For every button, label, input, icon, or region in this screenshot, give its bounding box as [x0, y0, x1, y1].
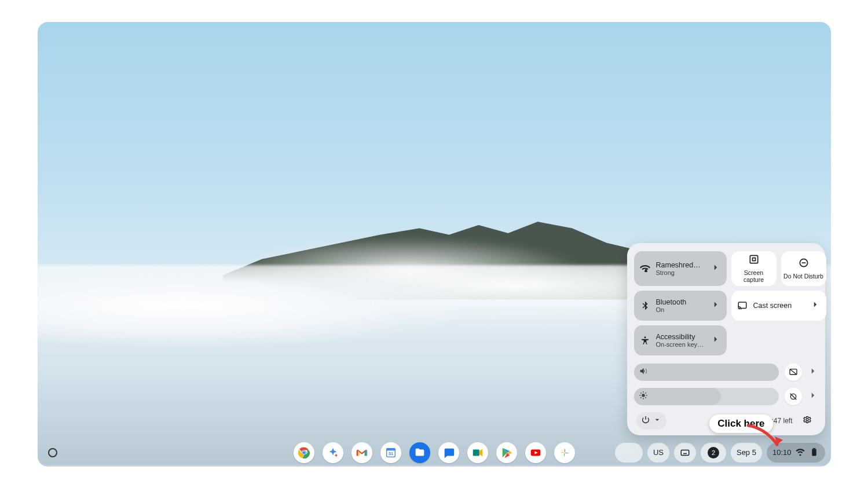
wifi-name: Rameshreddy…: [656, 261, 705, 269]
chevron-right-icon[interactable]: [808, 390, 818, 403]
shelf-apps: 31: [294, 442, 575, 463]
wifi-strength: Strong: [656, 269, 705, 276]
svg-rect-1: [752, 258, 755, 260]
shelf: 31 US: [38, 439, 831, 467]
svg-point-5: [644, 336, 646, 338]
tray-ime-label: US: [653, 448, 664, 457]
wifi-icon: [795, 446, 805, 458]
battery-icon: [809, 446, 819, 458]
volume-slider[interactable]: [634, 364, 779, 381]
tray-phone-hub[interactable]: [615, 443, 643, 463]
bluetooth-tile[interactable]: Bluetooth On: [634, 291, 727, 321]
night-light-toggle[interactable]: [785, 388, 802, 405]
svg-line-14: [645, 397, 646, 398]
app-photos[interactable]: [554, 442, 575, 463]
power-icon: [641, 415, 650, 427]
bluetooth-title: Bluetooth: [656, 298, 705, 306]
svg-line-13: [640, 392, 641, 393]
svg-point-23: [302, 451, 305, 454]
app-calendar[interactable]: 31: [380, 442, 401, 463]
chevron-right-icon[interactable]: [808, 366, 818, 379]
wifi-lock-icon: [640, 263, 650, 274]
dnd-label: Do Not Disturb: [783, 273, 823, 280]
brightness-slider[interactable]: [634, 388, 779, 405]
chevron-down-icon: [653, 415, 662, 427]
brightness-row: [634, 388, 818, 405]
app-files[interactable]: [409, 442, 430, 463]
accessibility-tile[interactable]: Accessibility On-screen keyb…: [634, 325, 727, 355]
chromeos-desktop: Rameshreddy… Strong Screen capture Do No…: [38, 22, 831, 467]
chevron-right-icon: [810, 299, 821, 311]
app-meet[interactable]: [467, 442, 488, 463]
chevron-right-icon: [710, 299, 721, 311]
dnd-icon: [798, 257, 810, 270]
app-assistant[interactable]: [323, 442, 343, 463]
svg-rect-4: [738, 302, 746, 309]
cast-icon: [737, 300, 748, 311]
dnd-tile[interactable]: Do Not Disturb: [781, 251, 826, 286]
chevron-right-icon: [710, 334, 721, 346]
gear-icon: [803, 415, 812, 427]
keyboard-icon: [680, 447, 690, 458]
audio-output-toggle[interactable]: [785, 364, 802, 381]
cast-tile[interactable]: Cast screen: [731, 291, 826, 321]
svg-line-15: [645, 392, 646, 393]
annotation-arrow: [745, 423, 786, 452]
screen-capture-label: Screen capture: [734, 269, 774, 283]
settings-button[interactable]: [799, 412, 816, 430]
volume-row: [634, 364, 818, 381]
svg-line-16: [640, 397, 641, 398]
app-chrome[interactable]: [294, 442, 314, 463]
svg-rect-25: [386, 448, 395, 450]
screen-capture-icon: [748, 254, 760, 267]
chevron-right-icon: [710, 262, 721, 274]
svg-text:31: 31: [388, 450, 393, 456]
svg-line-7: [790, 369, 797, 374]
bluetooth-icon: [640, 300, 650, 311]
brightness-icon: [639, 391, 648, 402]
svg-rect-34: [812, 448, 815, 449]
app-youtube[interactable]: [525, 442, 546, 463]
launcher-button[interactable]: [43, 448, 57, 457]
tray-notifications[interactable]: 2: [701, 443, 726, 463]
power-menu-button[interactable]: [636, 412, 666, 430]
app-messages[interactable]: [438, 442, 459, 463]
volume-icon: [639, 366, 648, 378]
bluetooth-status: On: [656, 306, 705, 313]
screen-capture-tile[interactable]: Screen capture: [731, 251, 777, 286]
tray-virtual-keyboard[interactable]: [674, 443, 696, 463]
svg-rect-27: [473, 449, 479, 456]
svg-rect-29: [681, 450, 689, 455]
accessibility-status: On-screen keyb…: [656, 341, 705, 348]
tray-ime[interactable]: US: [647, 443, 669, 463]
svg-point-8: [642, 394, 644, 397]
cast-title: Cast screen: [753, 302, 804, 310]
launcher-icon: [48, 448, 57, 457]
wifi-tile[interactable]: Rameshreddy… Strong: [634, 251, 727, 286]
quick-settings-panel: Rameshreddy… Strong Screen capture Do No…: [627, 243, 825, 435]
svg-point-19: [806, 419, 808, 421]
accessibility-title: Accessibility: [656, 333, 705, 341]
app-gmail[interactable]: [351, 442, 372, 463]
svg-rect-0: [750, 255, 757, 263]
tray-notif-count: 2: [708, 447, 719, 458]
accessibility-icon: [640, 335, 650, 346]
svg-rect-35: [812, 449, 816, 456]
app-play-store[interactable]: [496, 442, 517, 463]
